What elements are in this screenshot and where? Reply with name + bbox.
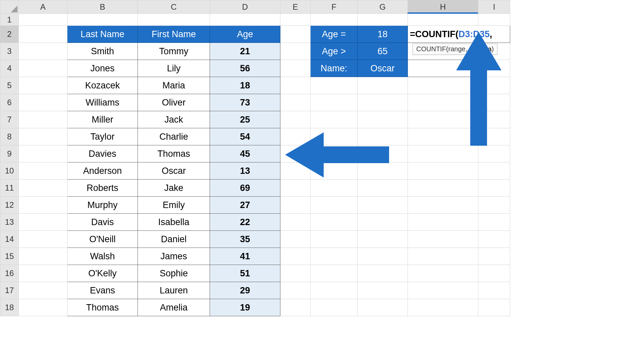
- row-header-3[interactable]: 3: [0, 43, 19, 60]
- row-header-5[interactable]: 5: [0, 77, 19, 94]
- cell-A2[interactable]: [19, 26, 67, 43]
- row-header-18[interactable]: 18: [0, 299, 19, 316]
- cell-H18[interactable]: [408, 299, 478, 316]
- cell-lastname-8[interactable]: Roberts: [67, 180, 138, 197]
- cell-G16[interactable]: [358, 265, 408, 282]
- cell-F16[interactable]: [311, 265, 358, 282]
- cell-F7[interactable]: [311, 111, 358, 128]
- cell-firstname-12[interactable]: James: [138, 248, 210, 265]
- cell-lastname-14[interactable]: Evans: [67, 282, 138, 299]
- cell-F12[interactable]: [311, 197, 358, 214]
- cell-A13[interactable]: [19, 214, 67, 231]
- cell-firstname-7[interactable]: Oscar: [138, 162, 210, 180]
- cell-age-7[interactable]: 13: [210, 162, 280, 180]
- cell-G12[interactable]: [358, 197, 408, 214]
- cell-A7[interactable]: [19, 111, 67, 128]
- cell-firstname-6[interactable]: Thomas: [138, 145, 210, 162]
- cell-age-12[interactable]: 41: [210, 248, 280, 265]
- cell-F13[interactable]: [311, 214, 358, 231]
- cell-I1[interactable]: [478, 14, 510, 26]
- cell-age-15[interactable]: 19: [210, 299, 280, 316]
- cell-lastname-1[interactable]: Jones: [67, 60, 138, 77]
- cell-E17[interactable]: [280, 282, 311, 299]
- row-header-13[interactable]: 13: [0, 214, 19, 231]
- cell-firstname-5[interactable]: Charlie: [138, 128, 210, 145]
- cell-I13[interactable]: [478, 214, 510, 231]
- cell-firstname-15[interactable]: Amelia: [138, 299, 210, 316]
- cell-lastname-11[interactable]: O'Neill: [67, 231, 138, 248]
- cell-B1[interactable]: [67, 14, 138, 26]
- cell-H17[interactable]: [408, 282, 478, 299]
- row-header-8[interactable]: 8: [0, 128, 19, 145]
- cell-firstname-13[interactable]: Sophie: [138, 265, 210, 282]
- cell-H12[interactable]: [408, 197, 478, 214]
- row-header-1[interactable]: 1: [0, 14, 19, 26]
- cell-firstname-1[interactable]: Lily: [138, 60, 210, 77]
- row-header-15[interactable]: 15: [0, 248, 19, 265]
- cell-I15[interactable]: [478, 248, 510, 265]
- col-header-F[interactable]: F: [311, 0, 358, 14]
- cell-H1[interactable]: [408, 14, 478, 26]
- header-age[interactable]: Age: [210, 26, 280, 43]
- cell-lastname-2[interactable]: Kozacek: [67, 77, 138, 94]
- cell-H15[interactable]: [408, 248, 478, 265]
- cell-A15[interactable]: [19, 248, 67, 265]
- cell-C1[interactable]: [138, 14, 210, 26]
- cell-firstname-3[interactable]: Oliver: [138, 94, 210, 111]
- col-header-C[interactable]: C: [138, 0, 210, 14]
- cell-A8[interactable]: [19, 128, 67, 145]
- row-header-17[interactable]: 17: [0, 282, 19, 299]
- cell-age-1[interactable]: 56: [210, 60, 280, 77]
- cell-G1[interactable]: [358, 14, 408, 26]
- cell-age-3[interactable]: 73: [210, 94, 280, 111]
- cell-A17[interactable]: [19, 282, 67, 299]
- cell-A5[interactable]: [19, 77, 67, 94]
- cell-E13[interactable]: [280, 214, 311, 231]
- cell-E6[interactable]: [280, 94, 311, 111]
- cell-I9[interactable]: [478, 145, 510, 162]
- cell-I14[interactable]: [478, 231, 510, 248]
- cell-G17[interactable]: [358, 282, 408, 299]
- cell-age-4[interactable]: 25: [210, 111, 280, 128]
- cell-A11[interactable]: [19, 180, 67, 197]
- cell-H16[interactable]: [408, 265, 478, 282]
- cell-A1[interactable]: [19, 14, 67, 26]
- cell-firstname-8[interactable]: Jake: [138, 180, 210, 197]
- cell-firstname-4[interactable]: Jack: [138, 111, 210, 128]
- cell-age-14[interactable]: 29: [210, 282, 280, 299]
- cell-lastname-0[interactable]: Smith: [67, 43, 138, 60]
- cell-I17[interactable]: [478, 282, 510, 299]
- cell-I11[interactable]: [478, 180, 510, 197]
- cell-firstname-11[interactable]: Daniel: [138, 231, 210, 248]
- row-header-4[interactable]: 4: [0, 60, 19, 77]
- cell-E1[interactable]: [280, 14, 311, 26]
- cell-E5[interactable]: [280, 77, 311, 94]
- criteria-label-2[interactable]: Name:: [311, 60, 358, 77]
- cell-G14[interactable]: [358, 231, 408, 248]
- cell-A3[interactable]: [19, 43, 67, 60]
- cell-age-10[interactable]: 22: [210, 214, 280, 231]
- select-all-corner[interactable]: [0, 0, 19, 14]
- cell-E11[interactable]: [280, 180, 311, 197]
- header-firstname[interactable]: First Name: [138, 26, 210, 43]
- criteria-label-0[interactable]: Age =: [311, 26, 358, 43]
- cell-G13[interactable]: [358, 214, 408, 231]
- cell-E7[interactable]: [280, 111, 311, 128]
- cell-lastname-5[interactable]: Taylor: [67, 128, 138, 145]
- criteria-value-0[interactable]: 18: [358, 26, 408, 43]
- cell-A10[interactable]: [19, 162, 67, 180]
- cell-I16[interactable]: [478, 265, 510, 282]
- cell-A4[interactable]: [19, 60, 67, 77]
- cell-F1[interactable]: [311, 14, 358, 26]
- row-header-2[interactable]: 2: [0, 26, 19, 43]
- cell-F5[interactable]: [311, 77, 358, 94]
- cell-A18[interactable]: [19, 299, 67, 316]
- cell-E15[interactable]: [280, 248, 311, 265]
- cell-F6[interactable]: [311, 94, 358, 111]
- cell-lastname-7[interactable]: Anderson: [67, 162, 138, 180]
- criteria-value-2[interactable]: Oscar: [358, 60, 408, 77]
- row-header-10[interactable]: 10: [0, 162, 19, 180]
- cell-firstname-14[interactable]: Lauren: [138, 282, 210, 299]
- cell-E4[interactable]: [280, 60, 311, 77]
- cell-age-11[interactable]: 35: [210, 231, 280, 248]
